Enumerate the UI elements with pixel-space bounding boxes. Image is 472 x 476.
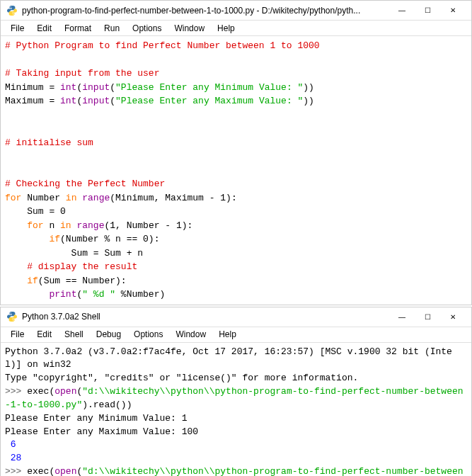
menu-window[interactable]: Window: [170, 328, 212, 341]
shell-window: Python 3.7.0a2 Shell — ☐ ✕ File Edit She…: [0, 307, 472, 477]
svg-point-0: [11, 6, 11, 7]
shell-menubar: File Edit Shell Debug Options Window Hel…: [1, 327, 471, 343]
close-button[interactable]: ✕: [440, 310, 466, 324]
maximize-button[interactable]: ☐: [415, 310, 440, 324]
editor-titlebar[interactable]: python-program-to-find-perfect-number-be…: [1, 1, 471, 21]
code-builtin: int: [60, 82, 76, 93]
maximize-button[interactable]: ☐: [415, 4, 440, 18]
code-text: Sum = 0: [5, 206, 66, 217]
menu-debug[interactable]: Debug: [91, 328, 127, 341]
shell-input: exec(: [27, 466, 54, 476]
menu-run[interactable]: Run: [98, 22, 125, 35]
code-text: Sum = Sum + n: [5, 248, 143, 259]
minimize-button[interactable]: —: [389, 4, 415, 18]
shell-input: ).read()): [82, 400, 132, 410]
shell-prompt: >>>: [5, 386, 27, 397]
menu-help[interactable]: Help: [213, 328, 242, 341]
code-editor[interactable]: # Python Program to find Perfect Number …: [1, 36, 471, 305]
shell-title: Python 3.7.0a2 Shell: [22, 312, 389, 322]
menu-format[interactable]: Format: [59, 22, 97, 35]
code-text: Minimum =: [5, 82, 60, 93]
code-builtin: int: [60, 96, 76, 106]
svg-point-3: [13, 320, 13, 321]
code-keyword: for: [5, 193, 21, 203]
code-text: (Minimum, Maximum - 1):: [110, 193, 236, 203]
code-comment: # Taking input from the user: [5, 68, 159, 79]
editor-window: python-program-to-find-perfect-number-be…: [0, 0, 472, 305]
editor-window-controls: — ☐ ✕: [389, 4, 466, 18]
menu-file[interactable]: File: [5, 22, 30, 35]
code-text: (1, Number - 1):: [104, 220, 192, 231]
shell-banner: Python 3.7.0a2 (v3.7.0a2:f7ac4fe, Oct 17…: [5, 346, 452, 370]
code-text: )): [303, 82, 314, 93]
menu-window[interactable]: Window: [168, 22, 210, 35]
code-comment: # Python Program to find Perfect Number …: [5, 40, 320, 51]
code-text: Maximum =: [5, 96, 60, 106]
code-keyword: in: [60, 220, 71, 231]
shell-output[interactable]: Python 3.7.0a2 (v3.7.0a2:f7ac4fe, Oct 17…: [1, 343, 471, 477]
shell-builtin: open: [54, 466, 76, 476]
shell-output-line: 28: [5, 453, 27, 463]
svg-point-1: [13, 13, 13, 14]
code-text: )): [303, 96, 314, 106]
code-text: [5, 220, 27, 231]
menu-help[interactable]: Help: [212, 22, 241, 35]
code-text: %Number): [115, 289, 165, 300]
code-text: (: [110, 96, 115, 106]
python-icon: [6, 5, 18, 16]
code-builtin: range: [76, 220, 104, 231]
close-button[interactable]: ✕: [440, 4, 466, 18]
python-icon: [6, 311, 18, 322]
svg-point-2: [11, 312, 11, 313]
shell-line: Please Enter any Maximum Value: 100: [5, 426, 198, 437]
shell-input: exec(: [27, 386, 54, 397]
menu-edit[interactable]: Edit: [31, 328, 57, 341]
code-keyword: in: [66, 193, 77, 203]
code-text: n: [44, 220, 60, 231]
code-string: "Please Enter any Minimum Value: ": [115, 82, 303, 93]
menu-shell[interactable]: Shell: [59, 328, 89, 341]
shell-banner: Type "copyright", "credits" or "license(…: [5, 373, 358, 383]
code-text: [5, 289, 49, 300]
shell-line: Please Enter any Minimum Value: 1: [5, 413, 187, 424]
code-builtin: input: [82, 82, 110, 93]
code-keyword: for: [27, 220, 43, 231]
code-builtin: print: [49, 289, 76, 300]
code-comment: # display the result: [5, 261, 137, 272]
shell-window-controls: — ☐ ✕: [389, 310, 466, 324]
menu-options[interactable]: Options: [128, 328, 168, 341]
code-text: [5, 234, 49, 244]
code-text: [5, 276, 27, 286]
menu-options[interactable]: Options: [127, 22, 167, 35]
code-string: " %d ": [82, 289, 115, 300]
code-text: (: [110, 82, 115, 93]
shell-prompt: >>>: [5, 466, 27, 476]
code-comment: # Checking the Perfect Number: [5, 178, 165, 189]
code-builtin: input: [82, 96, 110, 106]
code-builtin: range: [82, 193, 110, 203]
shell-output-line: 6: [5, 439, 21, 450]
code-comment: # initialise sum: [5, 137, 93, 148]
code-keyword: if: [27, 276, 38, 286]
shell-builtin: open: [54, 386, 76, 397]
editor-title: python-program-to-find-perfect-number-be…: [22, 6, 389, 16]
code-text: Number: [21, 193, 65, 203]
shell-titlebar[interactable]: Python 3.7.0a2 Shell — ☐ ✕: [1, 307, 471, 327]
code-text: (Number % n == 0):: [60, 234, 159, 244]
code-keyword: if: [49, 234, 60, 244]
minimize-button[interactable]: —: [389, 310, 415, 324]
code-text: (Sum == Number):: [38, 276, 127, 286]
code-string: "Please Enter any Maximum Value: ": [115, 96, 303, 106]
editor-menubar: File Edit Format Run Options Window Help: [1, 21, 471, 36]
menu-edit[interactable]: Edit: [31, 22, 57, 35]
menu-file[interactable]: File: [5, 328, 30, 341]
